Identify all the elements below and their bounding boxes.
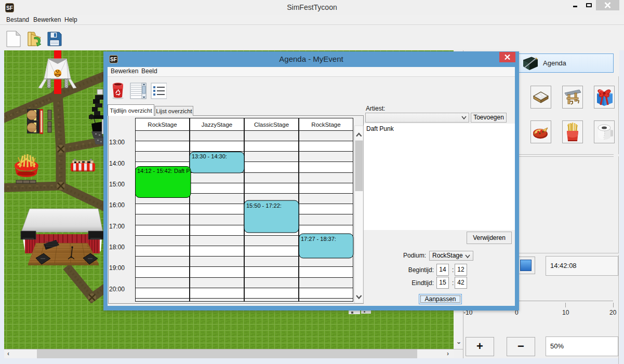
svg-text:ClassicStage: ClassicStage	[254, 122, 289, 128]
svg-text:13:00: 13:00	[109, 139, 125, 146]
svg-text:RockStage: RockStage	[148, 122, 177, 128]
svg-text:17:27 - 18:37:: 17:27 - 18:37:	[301, 236, 336, 242]
svg-text:14:12 - 15:42: Daft Pu: 14:12 - 15:42: Daft Pu	[137, 168, 193, 174]
svg-text:16:00: 16:00	[109, 201, 125, 209]
svg-text:13:30 - 14:30:: 13:30 - 14:30:	[192, 153, 227, 159]
svg-text:JazzyStage: JazzyStage	[202, 122, 232, 128]
svg-text:14:00: 14:00	[109, 160, 125, 167]
svg-text:SF: SF	[6, 5, 13, 11]
svg-text:20:00: 20:00	[109, 286, 125, 293]
svg-text:15:50 - 17:22:: 15:50 - 17:22:	[246, 203, 282, 209]
svg-text:18:00: 18:00	[109, 244, 125, 251]
svg-text:RockStage: RockStage	[311, 122, 340, 128]
svg-text:19:00: 19:00	[109, 264, 125, 272]
svg-text:15:00: 15:00	[109, 181, 125, 188]
svg-text:SF: SF	[110, 57, 117, 62]
svg-text:17:00: 17:00	[109, 223, 125, 230]
